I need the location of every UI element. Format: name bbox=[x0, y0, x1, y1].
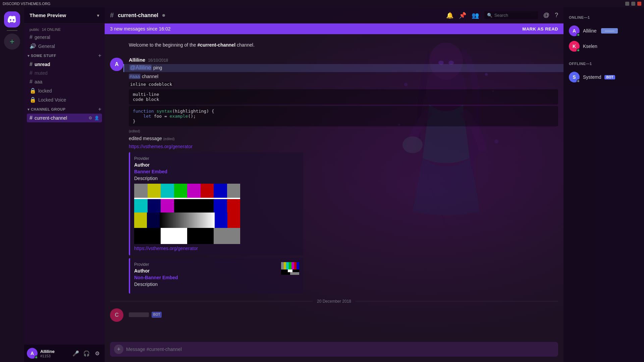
message-author: Alliline bbox=[129, 57, 145, 63]
section-some-stuff[interactable]: ▼ SOME STUFF + bbox=[24, 51, 105, 60]
message-link[interactable]: https://vsthemes.org/generator bbox=[129, 144, 193, 149]
partial-avatar: C bbox=[110, 308, 123, 322]
btm3-white bbox=[161, 228, 187, 244]
close-btn[interactable] bbox=[637, 2, 641, 6]
channel-name: locked bbox=[38, 88, 99, 94]
section-add-btn[interactable]: + bbox=[98, 52, 102, 59]
member-avatar-kselen: K bbox=[569, 41, 580, 52]
mini-bars bbox=[281, 262, 299, 269]
channel-item-general[interactable]: # general bbox=[27, 33, 102, 42]
bar-cyan bbox=[161, 184, 174, 198]
channel-sidebar: Theme Preview ▾ public 14 ONLINE # gener… bbox=[24, 7, 105, 362]
app-title: DISCORD VSTHEMES.ORG bbox=[3, 2, 50, 6]
mini-btm3 bbox=[281, 272, 290, 275]
attach-btn[interactable]: + bbox=[114, 345, 123, 354]
guild-header[interactable]: Theme Preview ▾ bbox=[24, 7, 105, 23]
channel-item-muted[interactable]: # muted bbox=[27, 69, 102, 77]
channel-item-unread[interactable]: # unread bbox=[27, 60, 102, 69]
channel-name: muted bbox=[35, 70, 99, 76]
members-icon[interactable]: 👥 bbox=[472, 12, 479, 19]
mini-white bbox=[288, 269, 292, 272]
bar-blue bbox=[214, 184, 227, 198]
channel-mention-line: #aaa channel bbox=[129, 73, 558, 80]
notification-icon[interactable]: 🔔 bbox=[446, 12, 453, 19]
channel-mention: #aaa bbox=[129, 74, 141, 79]
bottom-red bbox=[227, 199, 240, 213]
status-dot bbox=[35, 356, 38, 359]
mini-bar1 bbox=[281, 262, 284, 269]
bottom-black bbox=[174, 199, 187, 213]
test-card-bottom3 bbox=[134, 228, 240, 244]
channel-item-aaa[interactable]: # aaa bbox=[27, 77, 102, 86]
mini-bottom bbox=[281, 269, 299, 272]
channels-list: public 14 ONLINE # general 🔊 General ▼ S… bbox=[24, 23, 105, 345]
mark-read-btn[interactable]: MARK AS READ bbox=[522, 26, 558, 32]
channel-settings-icon[interactable]: ⚙ bbox=[89, 116, 92, 120]
inline-code-line: inline codeblock bbox=[129, 81, 558, 88]
channel-notify-icon[interactable]: 👤 bbox=[94, 116, 99, 120]
channel-item-current-channel[interactable]: # current-channel ⚙ 👤 bbox=[27, 114, 102, 122]
message-text: ping bbox=[153, 65, 162, 70]
partial-message-group: C BOT bbox=[105, 306, 564, 323]
search-bar[interactable]: 🔍 Search bbox=[484, 11, 538, 19]
message-input-box[interactable]: + bbox=[110, 342, 558, 357]
server-icon-main[interactable] bbox=[4, 11, 20, 27]
welcome-suffix: channel. bbox=[235, 42, 255, 48]
bar-green bbox=[174, 184, 187, 198]
member-kselen[interactable]: K Kselen bbox=[566, 39, 641, 54]
date-line-right bbox=[355, 301, 558, 301]
embed-banner: Provider Author Banner Embed Description bbox=[129, 152, 303, 255]
mini-test-card bbox=[281, 262, 299, 275]
member-alliline[interactable]: A Alliline ──── bbox=[566, 23, 641, 38]
at-icon[interactable]: @ bbox=[543, 12, 549, 19]
window-controls[interactable] bbox=[625, 2, 641, 6]
message-content: Alliline 16/10/2018 @Alliline ping #aaa … bbox=[129, 57, 558, 295]
embed-link[interactable]: https://vsthemes.org/generator bbox=[134, 246, 198, 251]
inline-code: inline codeblock bbox=[129, 82, 173, 87]
message-input[interactable] bbox=[126, 347, 554, 352]
btm-gradient bbox=[160, 213, 215, 228]
message-group: A Alliline 16/10/2018 @Alliline ping #aa… bbox=[105, 56, 564, 296]
btm-red2 bbox=[227, 213, 240, 228]
mini-bottom2 bbox=[281, 272, 299, 275]
bar-yellow bbox=[148, 184, 161, 198]
user-avatar: A bbox=[27, 348, 38, 359]
member-systemd[interactable]: S Systemd BOT bbox=[566, 70, 641, 84]
syntax-code-block: function syntax(highlighting) { let foo … bbox=[129, 106, 558, 126]
headset-btn[interactable]: 🎧 bbox=[82, 349, 91, 358]
add-server-btn[interactable]: + bbox=[4, 34, 20, 50]
edited-tag: (edited) bbox=[129, 129, 140, 133]
user-tag: #1153 bbox=[40, 354, 68, 358]
pin-icon[interactable]: 📌 bbox=[459, 12, 466, 19]
notification-bar[interactable]: 3 new messages since 16:02 MARK AS READ bbox=[105, 23, 564, 34]
user-info: Alliline #1153 bbox=[40, 349, 68, 358]
help-icon[interactable]: ? bbox=[555, 12, 558, 19]
channel-item-locked[interactable]: 🔒 locked bbox=[27, 86, 102, 95]
embed-title2: Non-Banner Embed bbox=[134, 275, 277, 280]
text-channel-icon: # bbox=[30, 79, 33, 85]
channel-status-dot bbox=[162, 14, 165, 17]
settings-btn[interactable]: ⚙ bbox=[93, 349, 102, 358]
minimize-btn[interactable] bbox=[625, 2, 629, 6]
channel-item-general-voice[interactable]: 🔊 General bbox=[27, 42, 102, 51]
channel-hash-icon: # bbox=[110, 11, 114, 19]
member-avatar-alliline: A bbox=[569, 25, 580, 36]
embed-description2: Description bbox=[134, 282, 277, 287]
bot-badge: BOT bbox=[604, 75, 615, 79]
bar-red bbox=[201, 184, 214, 198]
message-avatar: A bbox=[110, 58, 123, 71]
user-controls: 🎤 🎧 ⚙ bbox=[71, 349, 102, 358]
mic-btn[interactable]: 🎤 bbox=[71, 349, 80, 358]
mini-bar4 bbox=[289, 262, 291, 269]
welcome-message: Welcome to the beginning of the #current… bbox=[105, 40, 564, 50]
embed-author2: Author bbox=[134, 268, 277, 274]
maximize-btn[interactable] bbox=[631, 2, 635, 6]
bottom-black2 bbox=[187, 199, 201, 213]
test-card-bottom bbox=[134, 199, 240, 213]
section-add-btn[interactable]: + bbox=[98, 106, 102, 113]
server-sidebar: + bbox=[0, 7, 24, 362]
text-channel-icon: 🔒 bbox=[30, 87, 36, 94]
channel-item-locked-voice[interactable]: 🔒 Locked Voice bbox=[27, 95, 102, 104]
section-channel-group[interactable]: ▼ CHANNEL GROUP + bbox=[24, 104, 105, 114]
message-header: Alliline 16/10/2018 bbox=[129, 57, 558, 63]
